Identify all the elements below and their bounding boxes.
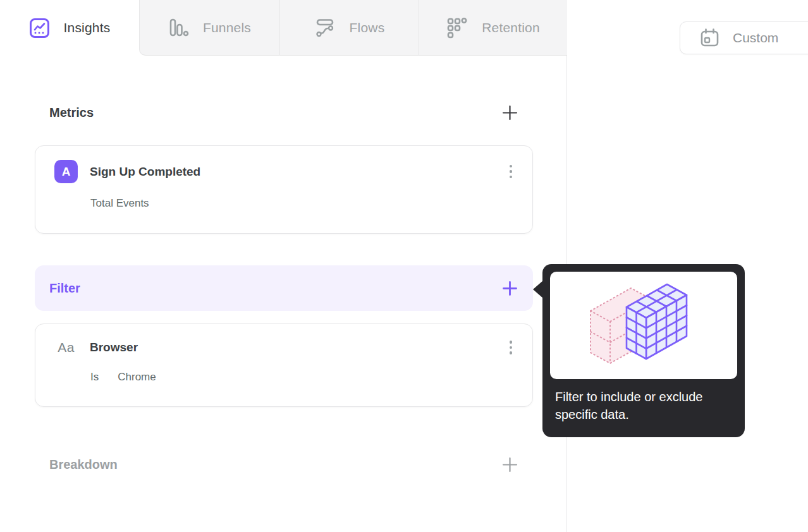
flow-wave-icon — [314, 17, 336, 39]
add-filter-button[interactable] — [500, 279, 519, 298]
text-property-icon: Aa — [54, 340, 78, 355]
tooltip-text: Filter to include or exclude specific da… — [555, 388, 716, 423]
filter-operator[interactable]: Is — [90, 371, 99, 383]
breakdown-section-header: Breakdown — [35, 452, 533, 477]
metric-series-badge: A — [54, 160, 78, 183]
metric-measurement[interactable]: Total Events — [90, 197, 516, 210]
tab-funnels[interactable]: Funnels — [139, 0, 279, 56]
metrics-section-header: Metrics — [35, 100, 533, 125]
tab-flows[interactable]: Flows — [279, 0, 419, 56]
plus-icon — [501, 456, 518, 473]
filter-section-header: Filter — [35, 265, 533, 311]
filter-cube-illustration — [550, 272, 737, 379]
report-type-tabbar: Insights Funnels — [0, 0, 567, 56]
plus-icon — [501, 104, 518, 121]
analytics-report-builder: Insights Funnels — [0, 0, 808, 532]
filter-options-kebab-icon[interactable] — [506, 338, 517, 357]
metrics-section-title: Metrics — [49, 106, 94, 120]
filter-feature-tooltip: Filter to include or exclude specific da… — [542, 264, 745, 437]
tab-insights[interactable]: Insights — [0, 0, 139, 56]
calendar-icon — [699, 27, 720, 49]
tab-retention-label: Retention — [482, 20, 540, 35]
funnel-bars-icon — [168, 17, 189, 38]
breakdown-section-title: Breakdown — [49, 457, 118, 472]
date-range-label: Custom — [733, 30, 778, 45]
metric-card[interactable]: A Sign Up Completed Total Events — [35, 145, 533, 234]
plus-icon — [501, 280, 518, 297]
line-chart-icon — [29, 18, 50, 39]
dots-grid-icon — [446, 16, 468, 39]
filter-card[interactable]: Aa Browser IsChrome — [35, 323, 533, 407]
add-breakdown-button[interactable] — [500, 455, 519, 474]
tooltip-arrow — [533, 281, 543, 298]
filter-value[interactable]: Chrome — [118, 371, 156, 383]
add-metric-button[interactable] — [500, 103, 519, 122]
tab-funnels-label: Funnels — [203, 20, 251, 35]
tab-insights-label: Insights — [64, 20, 111, 35]
filter-property-name: Browser — [90, 341, 138, 354]
metric-event-name: Sign Up Completed — [90, 165, 200, 179]
tab-flows-label: Flows — [350, 20, 385, 35]
metric-options-kebab-icon[interactable] — [506, 162, 517, 181]
filter-section-title: Filter — [49, 281, 80, 296]
tab-retention[interactable]: Retention — [419, 0, 567, 56]
query-builder-pane: Insights Funnels — [0, 0, 567, 532]
date-range-button[interactable]: Custom — [680, 21, 808, 54]
